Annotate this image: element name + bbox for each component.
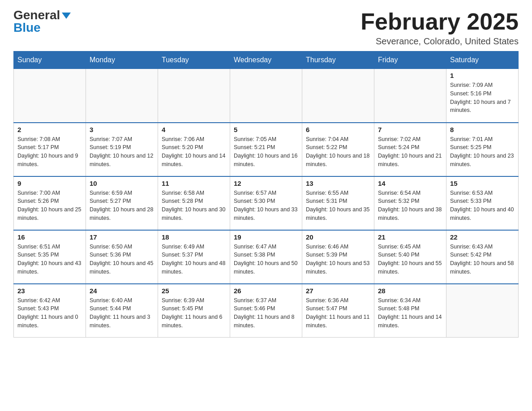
day-number: 17 (90, 233, 154, 241)
col-wednesday: Wednesday (230, 51, 302, 69)
day-number: 11 (162, 180, 226, 187)
table-row (158, 69, 230, 123)
day-info: Sunrise: 6:36 AMSunset: 5:47 PMDaylight:… (306, 296, 370, 330)
day-info: Sunrise: 6:57 AMSunset: 5:30 PMDaylight:… (234, 189, 298, 223)
day-number: 3 (90, 126, 154, 133)
day-info: Sunrise: 6:43 AMSunset: 5:42 PMDaylight:… (450, 243, 515, 276)
day-info: Sunrise: 6:45 AMSunset: 5:40 PMDaylight:… (378, 243, 442, 276)
day-info: Sunrise: 7:07 AMSunset: 5:19 PMDaylight:… (90, 135, 154, 169)
title-section: February 2025 Severance, Colorado, Unite… (360, 9, 519, 47)
day-number: 4 (162, 126, 226, 133)
day-number: 24 (90, 287, 154, 295)
day-number: 10 (90, 180, 154, 187)
day-info: Sunrise: 7:06 AMSunset: 5:20 PMDaylight:… (162, 135, 226, 169)
table-row: 6Sunrise: 7:04 AMSunset: 5:22 PMDaylight… (302, 123, 374, 176)
day-info: Sunrise: 7:01 AMSunset: 5:25 PMDaylight:… (450, 135, 515, 169)
table-row: 20Sunrise: 6:46 AMSunset: 5:39 PMDayligh… (302, 230, 374, 284)
day-number: 26 (234, 287, 298, 295)
table-row: 23Sunrise: 6:42 AMSunset: 5:43 PMDayligh… (14, 284, 86, 338)
table-row: 11Sunrise: 6:58 AMSunset: 5:28 PMDayligh… (158, 176, 230, 230)
day-info: Sunrise: 6:51 AMSunset: 5:35 PMDaylight:… (17, 243, 82, 276)
col-sunday: Sunday (14, 51, 86, 69)
day-number: 14 (378, 180, 442, 187)
col-thursday: Thursday (302, 51, 374, 69)
day-number: 20 (306, 233, 370, 241)
table-row: 1Sunrise: 7:09 AMSunset: 5:16 PMDaylight… (446, 69, 519, 123)
month-title: February 2025 (360, 9, 519, 34)
day-number: 27 (306, 287, 370, 295)
day-number: 18 (162, 233, 226, 241)
calendar-row: 1Sunrise: 7:09 AMSunset: 5:16 PMDaylight… (14, 69, 519, 123)
table-row: 2Sunrise: 7:08 AMSunset: 5:17 PMDaylight… (14, 123, 86, 176)
table-row: 21Sunrise: 6:45 AMSunset: 5:40 PMDayligh… (374, 230, 446, 284)
table-row: 25Sunrise: 6:39 AMSunset: 5:45 PMDayligh… (158, 284, 230, 338)
day-info: Sunrise: 6:55 AMSunset: 5:31 PMDaylight:… (306, 189, 370, 223)
logo-general-text: General (13, 8, 60, 22)
day-number: 1 (450, 72, 515, 79)
day-info: Sunrise: 6:37 AMSunset: 5:46 PMDaylight:… (234, 296, 298, 330)
table-row (374, 69, 446, 123)
table-row (230, 69, 302, 123)
table-row: 27Sunrise: 6:36 AMSunset: 5:47 PMDayligh… (302, 284, 374, 338)
table-row: 26Sunrise: 6:37 AMSunset: 5:46 PMDayligh… (230, 284, 302, 338)
day-info: Sunrise: 6:46 AMSunset: 5:39 PMDaylight:… (306, 243, 370, 276)
day-info: Sunrise: 6:40 AMSunset: 5:44 PMDaylight:… (90, 296, 154, 330)
day-number: 6 (306, 126, 370, 133)
logo-general-line: General (13, 9, 71, 21)
calendar-table: Sunday Monday Tuesday Wednesday Thursday… (13, 51, 519, 338)
table-row: 22Sunrise: 6:43 AMSunset: 5:42 PMDayligh… (446, 230, 519, 284)
day-info: Sunrise: 6:39 AMSunset: 5:45 PMDaylight:… (162, 296, 226, 330)
logo: General Blue (13, 9, 71, 34)
day-number: 21 (378, 233, 442, 241)
day-number: 5 (234, 126, 298, 133)
table-row: 18Sunrise: 6:49 AMSunset: 5:37 PMDayligh… (158, 230, 230, 284)
table-row: 14Sunrise: 6:54 AMSunset: 5:32 PMDayligh… (374, 176, 446, 230)
day-info: Sunrise: 7:09 AMSunset: 5:16 PMDaylight:… (450, 81, 515, 115)
table-row (14, 69, 86, 123)
day-info: Sunrise: 6:34 AMSunset: 5:48 PMDaylight:… (378, 296, 442, 330)
col-friday: Friday (374, 51, 446, 69)
day-info: Sunrise: 6:59 AMSunset: 5:27 PMDaylight:… (90, 189, 154, 223)
day-number: 8 (450, 126, 515, 133)
day-number: 23 (17, 287, 82, 295)
table-row (446, 284, 519, 338)
day-number: 9 (17, 180, 82, 187)
day-number: 25 (162, 287, 226, 295)
table-row: 16Sunrise: 6:51 AMSunset: 5:35 PMDayligh… (14, 230, 86, 284)
col-tuesday: Tuesday (158, 51, 230, 69)
day-info: Sunrise: 7:04 AMSunset: 5:22 PMDaylight:… (306, 135, 370, 169)
day-info: Sunrise: 7:05 AMSunset: 5:21 PMDaylight:… (234, 135, 298, 169)
day-info: Sunrise: 6:58 AMSunset: 5:28 PMDaylight:… (162, 189, 226, 223)
day-number: 16 (17, 233, 82, 241)
table-row (86, 69, 158, 123)
table-row: 9Sunrise: 7:00 AMSunset: 5:26 PMDaylight… (14, 176, 86, 230)
col-monday: Monday (86, 51, 158, 69)
table-row: 10Sunrise: 6:59 AMSunset: 5:27 PMDayligh… (86, 176, 158, 230)
table-row: 15Sunrise: 6:53 AMSunset: 5:33 PMDayligh… (446, 176, 519, 230)
table-row: 3Sunrise: 7:07 AMSunset: 5:19 PMDaylight… (86, 123, 158, 176)
table-row: 4Sunrise: 7:06 AMSunset: 5:20 PMDaylight… (158, 123, 230, 176)
day-number: 7 (378, 126, 442, 133)
calendar-row: 16Sunrise: 6:51 AMSunset: 5:35 PMDayligh… (14, 230, 519, 284)
day-info: Sunrise: 6:47 AMSunset: 5:38 PMDaylight:… (234, 243, 298, 276)
day-number: 28 (378, 287, 442, 295)
col-saturday: Saturday (446, 51, 519, 69)
table-row: 24Sunrise: 6:40 AMSunset: 5:44 PMDayligh… (86, 284, 158, 338)
table-row: 12Sunrise: 6:57 AMSunset: 5:30 PMDayligh… (230, 176, 302, 230)
calendar-row: 2Sunrise: 7:08 AMSunset: 5:17 PMDaylight… (14, 123, 519, 176)
calendar-header-row: Sunday Monday Tuesday Wednesday Thursday… (14, 51, 519, 69)
day-number: 12 (234, 180, 298, 187)
table-row: 19Sunrise: 6:47 AMSunset: 5:38 PMDayligh… (230, 230, 302, 284)
day-info: Sunrise: 6:53 AMSunset: 5:33 PMDaylight:… (450, 189, 515, 223)
table-row: 8Sunrise: 7:01 AMSunset: 5:25 PMDaylight… (446, 123, 519, 176)
day-info: Sunrise: 6:42 AMSunset: 5:43 PMDaylight:… (17, 296, 82, 330)
table-row: 13Sunrise: 6:55 AMSunset: 5:31 PMDayligh… (302, 176, 374, 230)
day-number: 19 (234, 233, 298, 241)
logo-blue-text: Blue (13, 21, 41, 34)
day-info: Sunrise: 7:08 AMSunset: 5:17 PMDaylight:… (17, 135, 82, 169)
day-number: 2 (17, 126, 82, 133)
day-info: Sunrise: 7:02 AMSunset: 5:24 PMDaylight:… (378, 135, 442, 169)
day-number: 22 (450, 233, 515, 241)
calendar-row: 23Sunrise: 6:42 AMSunset: 5:43 PMDayligh… (14, 284, 519, 338)
table-row: 7Sunrise: 7:02 AMSunset: 5:24 PMDaylight… (374, 123, 446, 176)
